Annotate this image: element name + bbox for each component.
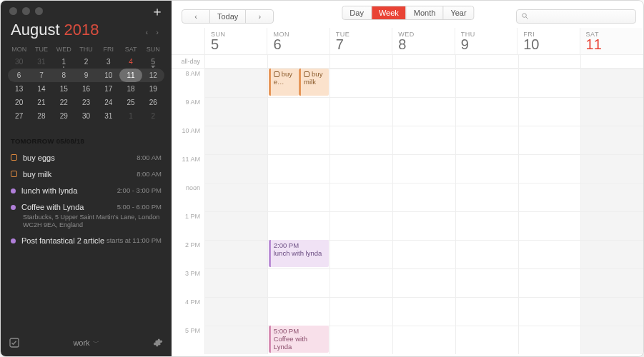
day-column[interactable] [455, 69, 518, 354]
allday-cell[interactable] [392, 55, 455, 68]
checkbox-icon [11, 154, 17, 161]
tasks-toggle-icon[interactable] [9, 338, 19, 348]
allday-cell[interactable] [267, 55, 330, 68]
agenda-item[interactable]: Coffee with Lynda5:00 - 6:00 PM [8, 198, 164, 215]
search-input[interactable] [516, 9, 636, 24]
zoom-icon[interactable] [35, 7, 43, 15]
allday-cell[interactable] [455, 55, 518, 68]
mini-day[interactable]: 20 [8, 96, 30, 109]
mini-day[interactable]: 5 [142, 55, 164, 69]
view-day[interactable]: Day [342, 6, 371, 19]
mini-day[interactable]: 8 [53, 69, 75, 82]
close-icon[interactable] [9, 7, 17, 15]
mini-day[interactable]: 31 [30, 55, 52, 69]
prev-week-button[interactable]: ‹ [182, 10, 209, 23]
mini-calendar[interactable]: MONTUEWEDTHUFRISATSUN 303112345678910111… [1, 41, 172, 130]
mini-day[interactable]: 4 [119, 55, 142, 69]
agenda-item-label: buy milk [23, 170, 51, 178]
mini-day[interactable]: 31 [97, 109, 119, 123]
mini-day[interactable]: 1 [119, 109, 142, 123]
event-lunch[interactable]: 2:00 PMlunch with lynda [269, 240, 330, 267]
minimize-icon[interactable] [22, 7, 30, 15]
day-number: 11 [586, 36, 636, 53]
day-column[interactable] [580, 69, 643, 354]
settings-gear-icon[interactable] [153, 338, 163, 348]
year-label: 2018 [64, 21, 99, 39]
calendar-set-picker[interactable]: work ﹀ [73, 338, 99, 348]
day-number: 7 [336, 36, 386, 53]
agenda-item-location: Starbucks, 5 Upper Saint Martin's Lane, … [23, 213, 164, 230]
view-month[interactable]: Month [407, 6, 443, 19]
mini-day[interactable]: 18 [119, 82, 142, 96]
mini-day[interactable]: 2 [75, 55, 97, 69]
svg-line-2 [526, 17, 528, 19]
day-header[interactable]: SUN5 [204, 28, 267, 54]
mini-day[interactable]: 25 [119, 96, 142, 109]
mini-day[interactable]: 13 [8, 82, 30, 96]
allday-cell[interactable] [580, 55, 643, 68]
mini-day[interactable]: 10 [97, 69, 119, 82]
day-header[interactable]: SAT11 [580, 28, 642, 54]
agenda-item[interactable]: Post fantastical 2 articlestarts at 11:0… [8, 233, 164, 249]
search-field[interactable] [532, 12, 631, 21]
mini-day[interactable]: 3 [97, 55, 119, 69]
month-nav[interactable]: ‹ › [146, 28, 162, 36]
view-week[interactable]: Week [372, 6, 406, 19]
week-grid[interactable]: 8 AM9 AM10 AM11 AMnoon1 PM2 PM3 PM4 PM5 … [172, 69, 643, 356]
day-header[interactable]: MON6 [267, 28, 329, 54]
mini-day[interactable]: 11 [119, 69, 142, 82]
mini-day[interactable]: 19 [142, 82, 164, 96]
add-event-button[interactable]: ＋ [150, 5, 164, 19]
day-column[interactable] [518, 69, 581, 354]
window-controls[interactable] [1, 1, 172, 15]
app-window: ＋ August 2018 ‹ › MONTUEWEDTHUFRISATSUN … [0, 0, 644, 357]
mini-day[interactable]: 26 [142, 96, 164, 109]
dow-label: WED [53, 44, 75, 55]
mini-day[interactable]: 14 [30, 82, 52, 96]
day-column[interactable] [392, 69, 455, 354]
next-week-button[interactable]: › [246, 10, 273, 23]
agenda-item-label: Post fantastical 2 article [21, 236, 104, 245]
event-buy-milk[interactable]: buy milk [299, 69, 329, 96]
agenda-item[interactable]: buy milk8:00 AM [8, 166, 164, 182]
agenda-item[interactable]: buy eggs8:00 AM [8, 149, 164, 166]
mini-day[interactable]: 17 [97, 82, 119, 96]
event-dot-icon [11, 238, 16, 243]
mini-day[interactable]: 7 [30, 69, 52, 82]
day-column[interactable] [204, 69, 267, 354]
mini-day[interactable]: 30 [8, 55, 30, 69]
mini-day[interactable]: 16 [75, 82, 97, 96]
mini-day[interactable]: 29 [53, 109, 75, 123]
day-column[interactable] [330, 69, 392, 354]
mini-day[interactable]: 1 [53, 55, 75, 69]
day-column[interactable]: buy e…buy milk2:00 PMlunch with lynda5:0… [267, 69, 330, 354]
view-year[interactable]: Year [443, 6, 473, 19]
mini-day[interactable]: 6 [8, 69, 30, 82]
mini-day[interactable]: 12 [142, 69, 164, 82]
hour-label: 2 PM [172, 240, 204, 268]
today-button[interactable]: Today [210, 10, 245, 23]
day-header[interactable]: THU9 [455, 28, 517, 54]
mini-day[interactable]: 15 [53, 82, 75, 96]
mini-day[interactable]: 22 [53, 96, 75, 109]
mini-day[interactable]: 2 [142, 109, 164, 123]
checkbox-icon [11, 171, 17, 177]
event-buy-eggs[interactable]: buy e… [269, 69, 299, 96]
mini-day[interactable]: 27 [8, 109, 30, 123]
mini-day[interactable]: 24 [97, 96, 119, 109]
agenda-item[interactable]: lunch with lynda2:00 - 3:00 PM [8, 182, 164, 198]
search-icon [521, 10, 532, 23]
allday-cell[interactable] [204, 55, 267, 68]
mini-day[interactable]: 9 [75, 69, 97, 82]
mini-day[interactable]: 21 [30, 96, 52, 109]
allday-cell[interactable] [330, 55, 392, 68]
mini-day[interactable]: 30 [75, 109, 97, 123]
agenda-item-label: lunch with lynda [21, 186, 77, 195]
mini-day[interactable]: 23 [75, 96, 97, 109]
day-header[interactable]: TUE7 [330, 28, 392, 54]
mini-day[interactable]: 28 [30, 109, 52, 123]
allday-cell[interactable] [518, 55, 581, 68]
event-coffee[interactable]: 5:00 PMCoffee with Lynda [269, 326, 330, 353]
day-header[interactable]: WED8 [392, 28, 454, 54]
day-header[interactable]: FRI10 [517, 28, 579, 54]
